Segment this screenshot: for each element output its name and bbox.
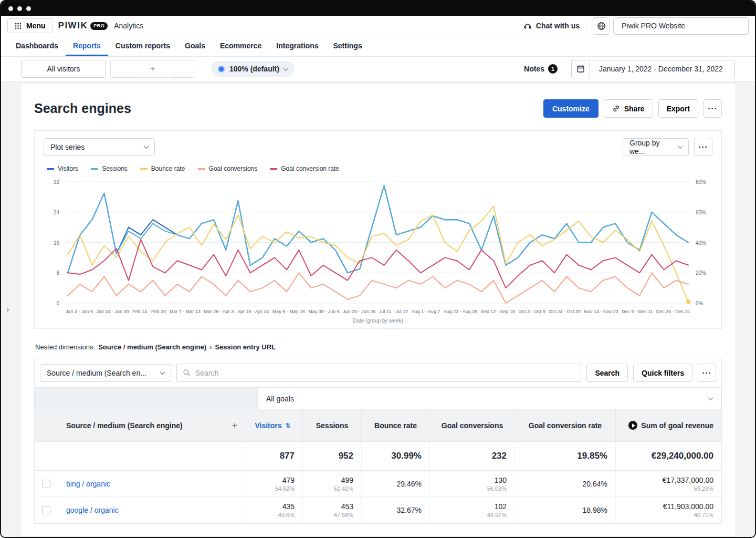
report-header: Search engines Customize Share Export ··… bbox=[34, 84, 722, 130]
row-sessions-cell: 49952.42% bbox=[302, 471, 361, 496]
row-checkbox[interactable] bbox=[42, 506, 50, 514]
window-minimize-button[interactable] bbox=[17, 6, 22, 11]
chevron-down-icon bbox=[283, 66, 288, 71]
window-titlebar bbox=[1, 1, 755, 16]
tab-integrations[interactable]: Integrations bbox=[269, 36, 326, 56]
site-selector[interactable]: Piwik PRO Website bbox=[613, 17, 749, 35]
x-axis-label: May 30 - Jun 5 bbox=[308, 309, 340, 314]
header-goal-revenue[interactable]: Sum of goal revenue bbox=[615, 409, 721, 441]
header-goal-conversion-rate[interactable]: Goal conversion rate bbox=[514, 409, 615, 441]
header-bounce-label: Bounce rate bbox=[374, 421, 417, 430]
tab-reports[interactable]: Reports bbox=[66, 36, 108, 56]
report-more-button[interactable]: ··· bbox=[704, 99, 722, 118]
window-zoom-button[interactable] bbox=[26, 6, 31, 11]
header-goal-conversions[interactable]: Goal conversions bbox=[429, 409, 514, 441]
revenue-pct: 59.29% bbox=[694, 485, 713, 492]
visitors-value: 435 bbox=[282, 502, 295, 511]
chat-with-us-button[interactable]: Chat with us bbox=[523, 22, 580, 30]
date-range-value[interactable]: January 1, 2022 - December 31, 2022 bbox=[590, 60, 735, 78]
row-bounce-cell: 29.46% bbox=[361, 471, 429, 496]
source-link[interactable]: bing / organic bbox=[66, 480, 110, 488]
chevron-down-icon bbox=[144, 143, 149, 149]
visitors-pct: 49.6% bbox=[278, 512, 295, 518]
table-more-button[interactable]: ··· bbox=[698, 364, 716, 382]
legend-item[interactable]: Sessions bbox=[91, 165, 128, 172]
export-button[interactable]: Export bbox=[658, 99, 698, 118]
header-visitors[interactable]: Visitors ⇅ bbox=[243, 409, 302, 441]
window-close-button[interactable] bbox=[8, 6, 13, 11]
bounce-value: 32.67% bbox=[397, 506, 422, 514]
logo-product-label: Analytics bbox=[114, 22, 143, 30]
calendar-button[interactable] bbox=[571, 60, 590, 78]
header-bounce-rate[interactable]: Bounce rate bbox=[361, 409, 429, 441]
legend-item[interactable]: Goal conversions bbox=[198, 165, 258, 172]
share-button[interactable]: Share bbox=[604, 99, 653, 118]
sample-rate-dropdown[interactable]: 100% (default) bbox=[211, 61, 295, 77]
site-selector-value: Piwik PRO Website bbox=[622, 22, 685, 30]
breadcrumb-separator: › bbox=[209, 343, 212, 351]
customize-button[interactable]: Customize bbox=[543, 99, 598, 118]
bounce-value: 29.46% bbox=[397, 480, 422, 488]
tab-settings[interactable]: Settings bbox=[326, 36, 369, 56]
dimension-select[interactable]: Source / medium (Search en... bbox=[40, 364, 171, 382]
visitors-pct: 54.62% bbox=[275, 485, 295, 492]
legend-item[interactable]: Bounce rate bbox=[140, 165, 185, 172]
y-axis-tick: 32 bbox=[54, 179, 59, 184]
tab-dashboards[interactable]: Dashboards bbox=[8, 36, 66, 56]
header-sessions[interactable]: Sessions bbox=[302, 409, 361, 441]
legend-item[interactable]: Goal conversion rate bbox=[270, 165, 339, 172]
chat-label: Chat with us bbox=[536, 22, 580, 30]
tab-goals[interactable]: Goals bbox=[177, 36, 213, 56]
legend-item[interactable]: Visitors bbox=[47, 165, 78, 172]
logo-pro-badge: PRO bbox=[90, 22, 108, 30]
conversions-value: 130 bbox=[495, 476, 507, 484]
all-goals-select[interactable]: All goals bbox=[257, 388, 721, 409]
dimension-select-value: Source / medium (Search en... bbox=[47, 369, 146, 377]
legend-swatch-icon bbox=[47, 168, 54, 170]
search-input[interactable] bbox=[195, 369, 575, 377]
all-goals-value: All goals bbox=[266, 395, 294, 403]
chevron-down-icon bbox=[160, 369, 165, 375]
tab-ecommerce[interactable]: Ecommerce bbox=[213, 36, 269, 56]
table-row: bing / organic 47954.62% 49952.42% 29.46… bbox=[35, 471, 721, 497]
x-axis-label: Jan 24 - Jan 30 bbox=[97, 309, 129, 314]
quick-filters-button[interactable]: Quick filters bbox=[633, 364, 692, 382]
summary-visitors: 877 bbox=[243, 442, 302, 470]
table-header-row: Source / medium (Search engine) + Visito… bbox=[35, 409, 721, 442]
report-table: Source / medium (Search en... Search Qui… bbox=[34, 358, 722, 524]
rate-value: 20.64% bbox=[583, 480, 607, 488]
notes-label: Notes bbox=[524, 65, 544, 73]
row-conversions-cell: 13056.03% bbox=[429, 471, 514, 496]
tab-custom-reports[interactable]: Custom reports bbox=[108, 36, 177, 56]
sidebar-expander[interactable]: › bbox=[6, 305, 9, 314]
website-globe-button[interactable] bbox=[593, 17, 610, 35]
x-axis-label: Mar 28 - Apr 3 bbox=[204, 309, 234, 314]
add-dimension-button[interactable]: + bbox=[232, 420, 237, 431]
summary-revenue: €29,240,000.00 bbox=[615, 442, 721, 470]
menu-button[interactable]: Menu bbox=[7, 18, 53, 33]
search-button[interactable]: Search bbox=[586, 364, 628, 382]
chart-plot[interactable] bbox=[66, 181, 690, 304]
tab-label: Integrations bbox=[276, 42, 318, 50]
nested-dimensions: Nested dimensions: Source / medium (Sear… bbox=[35, 343, 721, 351]
row-checkbox-cell bbox=[35, 497, 58, 523]
table-controls: Source / medium (Search en... Search Qui… bbox=[35, 358, 721, 387]
header-checkbox-cell bbox=[35, 409, 58, 441]
conversions-pct: 43.97% bbox=[487, 512, 507, 518]
x-axis-label: Dec 26 - Dec 31 bbox=[656, 309, 690, 314]
row-checkbox[interactable] bbox=[42, 480, 50, 488]
summary-source-cell bbox=[58, 442, 243, 470]
conversions-value: 102 bbox=[495, 502, 507, 511]
report-card: Search engines Customize Share Export ··… bbox=[20, 83, 736, 537]
group-by-select[interactable]: Group by we... bbox=[623, 138, 689, 156]
notes-button[interactable]: Notes 1 bbox=[524, 64, 558, 74]
chart-more-button[interactable]: ··· bbox=[694, 138, 712, 156]
add-segment-button[interactable]: + bbox=[110, 60, 195, 78]
revenue-value: €11,903,000.00 bbox=[663, 502, 713, 511]
segment-all-visitors-button[interactable]: All visitors bbox=[21, 60, 106, 78]
source-link[interactable]: google / organic bbox=[66, 506, 119, 514]
plot-series-label: Plot series bbox=[50, 143, 85, 151]
y-axis-tick: 60% bbox=[696, 209, 706, 215]
plot-series-select[interactable]: Plot series bbox=[44, 138, 155, 156]
chevron-down-icon bbox=[678, 143, 683, 149]
